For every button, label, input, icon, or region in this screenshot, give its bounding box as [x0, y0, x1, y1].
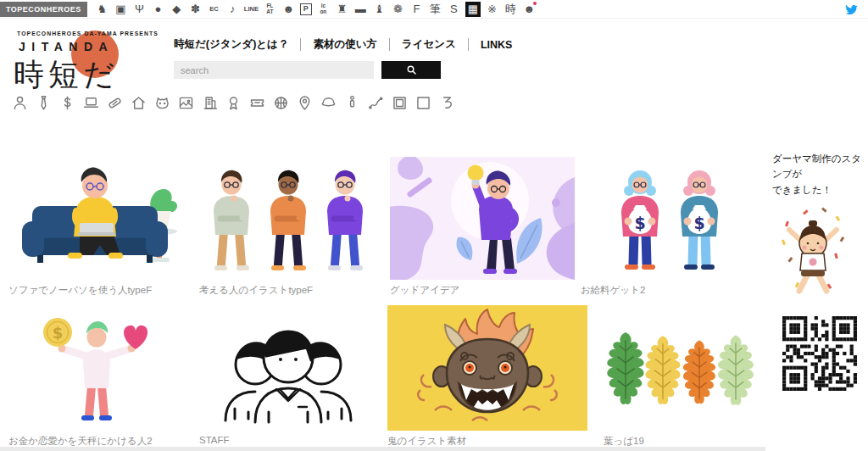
gallery-item-leaves[interactable]: 葉っぱ19 — [604, 305, 755, 448]
smiley-icon[interactable]: ☻ — [281, 2, 296, 17]
laptop-icon[interactable] — [82, 94, 100, 112]
search-button[interactable] — [381, 61, 441, 79]
hat-icon[interactable] — [320, 94, 337, 112]
rays-icon[interactable]: ※ — [485, 2, 499, 17]
ec-site-icon[interactable]: EC — [207, 2, 221, 17]
balance-image[interactable]: $ — [8, 305, 187, 431]
sidebar: ダーヤマ制作のスタンプが できました！ — [767, 151, 867, 394]
svg-text:$: $ — [693, 214, 704, 232]
logo-presents: TOPECONHEROES DA-YAMA PRESENTS — [17, 31, 167, 36]
f-site-icon[interactable]: F — [409, 2, 424, 17]
topbar: TOPECONHEROES ♞▣Ψ●◆✽EC♪LINEFL AT☻Pic on♜… — [0, 0, 868, 19]
square-icon[interactable] — [415, 94, 432, 112]
gallery-caption: ソファでノーパソを使う人typeF — [8, 284, 187, 297]
sumo-sticker-image[interactable] — [779, 204, 867, 303]
gallery-item-good-idea[interactable]: グッドアイデア — [390, 157, 575, 297]
gallery-item-oni[interactable]: 鬼のイラスト素材 — [387, 305, 587, 448]
sofa-laptop-image[interactable] — [8, 157, 187, 280]
main-nav: 時短だ(ジタンダ)とは？素材の使い方ライセンスLINKS — [174, 37, 524, 52]
map-pin-icon[interactable] — [296, 94, 314, 112]
gallery-item-balance[interactable]: $お金か恋愛かを天秤にかける人2 — [8, 305, 187, 448]
building-icon[interactable]: ♜ — [335, 2, 349, 17]
site-icons: ♞▣Ψ●◆✽EC♪LINEFL AT☻Pic on♜▬♝❁F筆S▦※時☻ — [95, 2, 537, 17]
speech-bubble-icon[interactable]: ● — [151, 2, 165, 17]
bird-icon[interactable]: ♝ — [372, 2, 387, 17]
svg-text:$: $ — [634, 214, 645, 232]
gallery-item-sofa-laptop[interactable]: ソファでノーパソを使う人typeF — [8, 157, 187, 297]
logo-title: 時短だ — [14, 54, 167, 96]
medal-icon[interactable] — [225, 94, 242, 112]
staff-image[interactable] — [199, 305, 378, 431]
person-icon[interactable] — [11, 94, 29, 112]
gallery-caption: 葉っぱ19 — [604, 435, 755, 448]
gallery-caption: 鬼のイラスト素材 — [387, 435, 587, 448]
ticket-icon[interactable] — [248, 94, 266, 112]
badge-icon[interactable]: ◆ — [170, 2, 184, 17]
necktie-icon[interactable] — [35, 94, 53, 112]
office-building-icon[interactable] — [201, 94, 219, 112]
twitter-icon[interactable] — [844, 3, 858, 16]
grid-site-icon[interactable]: ▦ — [465, 2, 481, 17]
picture-icon[interactable] — [177, 94, 195, 112]
nav-item-2[interactable]: ライセンス — [390, 37, 468, 52]
dollar-icon[interactable] — [58, 94, 76, 112]
svg-text:$: $ — [53, 324, 64, 342]
girl-face-icon[interactable]: ☻ — [522, 2, 537, 17]
gallery-item-staff[interactable]: STAFF — [199, 305, 378, 445]
flower-icon[interactable]: ✽ — [188, 2, 203, 17]
category-icons — [11, 94, 456, 112]
brush-site-icon[interactable]: 筆 — [428, 2, 442, 17]
site-logo[interactable]: TOPECONHEROES DA-YAMA PRESENTS JITANDA 時… — [10, 25, 167, 92]
sofa-icon[interactable]: ▬ — [353, 2, 368, 17]
nav-item-1[interactable]: 素材の使い方 — [301, 37, 389, 52]
search-input[interactable] — [174, 61, 374, 79]
music-note-icon[interactable]: ♪ — [225, 2, 240, 17]
pill-icon[interactable] — [106, 94, 124, 112]
icon-site-icon[interactable]: ic on — [316, 2, 331, 17]
gallery-caption: グッドアイデア — [390, 284, 575, 297]
frame-icon[interactable] — [391, 94, 409, 112]
logo-romaji: JITANDA — [19, 40, 167, 53]
page: TOPECONHEROES ♞▣Ψ●◆✽EC♪LINEFL AT☻Pic on♜… — [0, 0, 868, 451]
gallery-caption: お金か恋愛かを天秤にかける人2 — [8, 435, 187, 448]
boar-icon[interactable]: ♞ — [95, 2, 109, 17]
house-icon[interactable] — [130, 94, 147, 112]
gallery-item-salary[interactable]: $$お給料ゲット2 — [581, 157, 760, 297]
nav-item-3[interactable]: LINKS — [469, 39, 525, 51]
promo-text: ダーヤマ制作のスタンプが できました！ — [772, 151, 867, 198]
basketball-icon[interactable] — [272, 94, 290, 112]
squiggle-icon[interactable] — [438, 94, 456, 112]
p-mark-icon[interactable]: P — [300, 3, 312, 15]
wreath-icon[interactable]: ❁ — [391, 2, 405, 17]
s-site-icon[interactable]: S — [447, 2, 461, 17]
cat-icon[interactable] — [153, 94, 171, 112]
salary-image[interactable]: $$ — [581, 157, 760, 280]
toki-site-icon[interactable]: 時 — [504, 2, 518, 17]
body-icon[interactable] — [343, 94, 361, 112]
line-stamp-icon[interactable]: LINE — [244, 2, 259, 17]
leaves-image[interactable] — [604, 305, 755, 431]
search-bar — [174, 61, 441, 79]
thinkers-image[interactable] — [199, 157, 378, 280]
search-icon — [406, 64, 417, 75]
brand-badge[interactable]: TOPECONHEROES — [0, 2, 87, 17]
good-idea-image[interactable] — [390, 157, 575, 280]
qr-code-image — [782, 316, 867, 394]
nav-item-0[interactable]: 時短だ(ジタンダ)とは？ — [174, 37, 300, 52]
gallery-caption: STAFF — [199, 435, 378, 445]
flat-site-icon[interactable]: FL AT — [263, 2, 277, 17]
route-icon[interactable] — [367, 94, 385, 112]
next-row-peek — [0, 447, 765, 451]
gallery-caption: お給料ゲット2 — [581, 284, 760, 297]
oni-image[interactable] — [387, 305, 587, 431]
dancer-icon[interactable]: Ψ — [132, 2, 147, 17]
gallery-item-thinkers[interactable]: 考える人のイラストtypeF — [199, 157, 378, 297]
copy-icon[interactable]: ▣ — [114, 2, 128, 17]
gallery-caption: 考える人のイラストtypeF — [199, 284, 378, 297]
